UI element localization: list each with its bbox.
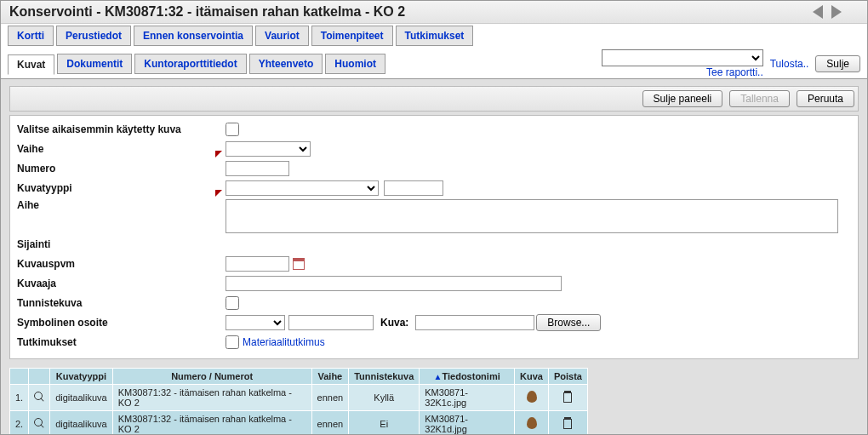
tab-ennen[interactable]: Ennen konservointia bbox=[134, 26, 253, 46]
sulje-button[interactable]: Sulje bbox=[815, 55, 860, 72]
calendar-icon[interactable] bbox=[293, 258, 305, 270]
symbolinen-select[interactable] bbox=[226, 315, 285, 330]
tab-row-2: Kuvat Dokumentit Kuntoraporttitiedot Yht… bbox=[1, 48, 867, 78]
search-icon bbox=[34, 392, 44, 402]
cell-idx: 2. bbox=[10, 411, 29, 435]
link-tulosta[interactable]: Tulosta.. bbox=[770, 58, 809, 70]
link-materiaalitutkimus[interactable]: Materiaalitutkimus bbox=[243, 336, 325, 348]
label-tutkimukset: Tutkimukset bbox=[17, 336, 226, 348]
cell-numero: KM30871:32 - itämaisen rahan katkelma - … bbox=[112, 385, 311, 411]
table-row[interactable]: 1. digitaalikuva KM30871:32 - itämaisen … bbox=[10, 385, 588, 411]
label-aihe: Aihe bbox=[17, 199, 226, 211]
thumbnail-icon bbox=[527, 417, 537, 429]
prev-record-icon[interactable] bbox=[813, 5, 823, 19]
report-select[interactable] bbox=[602, 49, 763, 66]
cell-kuvatyyppi: digitaalikuva bbox=[50, 385, 113, 411]
label-numero: Numero bbox=[17, 163, 226, 175]
col-vaihe[interactable]: Vaihe bbox=[311, 369, 349, 385]
cell-vaihe: ennen bbox=[311, 385, 349, 411]
kuvatyyppi-extra-input[interactable] bbox=[384, 180, 443, 196]
browse-button[interactable]: Browse... bbox=[536, 314, 601, 331]
tab-kuvat[interactable]: Kuvat bbox=[8, 54, 54, 75]
cell-delete[interactable] bbox=[548, 411, 587, 435]
label-vaihe: Vaihe bbox=[17, 143, 226, 155]
cell-tiedosto: KM30871-32K1c.jpg bbox=[420, 385, 515, 411]
materiaalitutkimus-checkbox[interactable] bbox=[226, 335, 239, 349]
label-kuva: Kuva: bbox=[380, 317, 408, 329]
tab-yhteenveto[interactable]: Yhteenveto bbox=[249, 54, 323, 74]
label-sijainti: Sijainti bbox=[17, 238, 226, 250]
sort-asc-icon: ▲ bbox=[434, 372, 443, 381]
cell-tunniste: Ei bbox=[349, 411, 420, 435]
valitse-checkbox[interactable] bbox=[226, 123, 239, 136]
tab-tutkimukset[interactable]: Tutkimukset bbox=[396, 26, 474, 46]
label-kuvaaja: Kuvaaja bbox=[17, 278, 226, 289]
image-form: Valitse aikaisemmin käytetty kuva Vaihe … bbox=[9, 115, 859, 359]
tab-row-1: Kortti Perustiedot Ennen konservointia V… bbox=[1, 24, 867, 46]
cell-idx: 1. bbox=[10, 385, 29, 411]
label-symbolinen: Symbolinen osoite bbox=[17, 317, 226, 329]
label-valitse: Valitse aikaisemmin käytetty kuva bbox=[17, 123, 226, 135]
page-title: Konservointi - KM30871:32 - itämaisen ra… bbox=[9, 4, 405, 20]
thumbnail-icon bbox=[527, 391, 537, 403]
trash-icon bbox=[562, 391, 573, 403]
peruuta-button[interactable]: Peruuta bbox=[797, 90, 854, 107]
tab-huomiot[interactable]: Huomiot bbox=[325, 54, 385, 74]
tab-dokumentit[interactable]: Dokumentit bbox=[57, 54, 132, 74]
tab-perustiedot[interactable]: Perustiedot bbox=[56, 26, 131, 46]
search-icon bbox=[34, 418, 44, 428]
sulje-paneeli-button[interactable]: Sulje paneeli bbox=[642, 90, 723, 107]
col-kuvatyyppi[interactable]: Kuvatyyppi bbox=[50, 369, 113, 385]
kuvatyyppi-select[interactable] bbox=[226, 180, 379, 196]
col-numero[interactable]: Numero / Numerot bbox=[112, 369, 311, 385]
cell-thumb[interactable] bbox=[515, 385, 549, 411]
table-row[interactable]: 2. digitaalikuva KM30871:32 - itämaisen … bbox=[10, 411, 588, 435]
aihe-textarea[interactable] bbox=[226, 199, 838, 233]
tab-toimenpiteet[interactable]: Toimenpiteet bbox=[311, 26, 393, 46]
tallenna-button[interactable]: Tallenna bbox=[729, 90, 790, 107]
tab-kuntoraportti[interactable]: Kuntoraporttitiedot bbox=[134, 54, 246, 74]
col-poista[interactable]: Poista bbox=[548, 369, 587, 385]
cell-kuvatyyppi: digitaalikuva bbox=[50, 411, 113, 435]
cell-search[interactable] bbox=[29, 411, 50, 435]
cell-thumb[interactable] bbox=[515, 411, 549, 435]
tunnistekuva-checkbox[interactable] bbox=[226, 296, 239, 310]
col-tunnistekuva[interactable]: Tunnistekuva bbox=[349, 369, 420, 385]
vaihe-select[interactable] bbox=[226, 141, 311, 157]
panel-action-bar: Sulje paneeli Tallenna Peruuta bbox=[9, 86, 859, 112]
cell-search[interactable] bbox=[29, 385, 50, 411]
label-kuvauspvm: Kuvauspvm bbox=[17, 258, 226, 270]
kuvaaja-input[interactable] bbox=[226, 276, 562, 291]
file-path-input[interactable] bbox=[415, 315, 534, 330]
cell-numero: KM30871:32 - itämaisen rahan katkelma - … bbox=[112, 411, 311, 435]
label-kuvatyyppi: Kuvatyyppi bbox=[17, 182, 226, 194]
next-record-icon[interactable] bbox=[831, 5, 842, 19]
link-tee-raportti[interactable]: Tee raportti.. bbox=[706, 66, 763, 78]
col-kuva[interactable]: Kuva bbox=[515, 369, 549, 385]
tab-kortti[interactable]: Kortti bbox=[8, 26, 54, 46]
image-grid: Kuvatyyppi Numero / Numerot Vaihe Tunnis… bbox=[9, 368, 588, 434]
grid-header-row: Kuvatyyppi Numero / Numerot Vaihe Tunnis… bbox=[10, 369, 588, 385]
trash-icon bbox=[562, 417, 573, 429]
cell-tunniste: Kyllä bbox=[349, 385, 420, 411]
record-nav bbox=[813, 5, 859, 19]
symbolinen-input[interactable] bbox=[288, 315, 374, 330]
cell-vaihe: ennen bbox=[311, 411, 349, 435]
kuvauspvm-input[interactable] bbox=[226, 256, 289, 272]
tab-vauriot[interactable]: Vauriot bbox=[255, 26, 309, 46]
label-tunnistekuva: Tunnistekuva bbox=[17, 297, 226, 309]
numero-input[interactable] bbox=[226, 161, 289, 176]
cell-delete[interactable] bbox=[548, 385, 587, 411]
col-tiedostonimi[interactable]: ▲Tiedostonimi bbox=[420, 369, 515, 385]
cell-tiedosto: KM30871-32K1d.jpg bbox=[420, 411, 515, 435]
col-search bbox=[29, 369, 50, 385]
col-idx bbox=[10, 369, 29, 385]
